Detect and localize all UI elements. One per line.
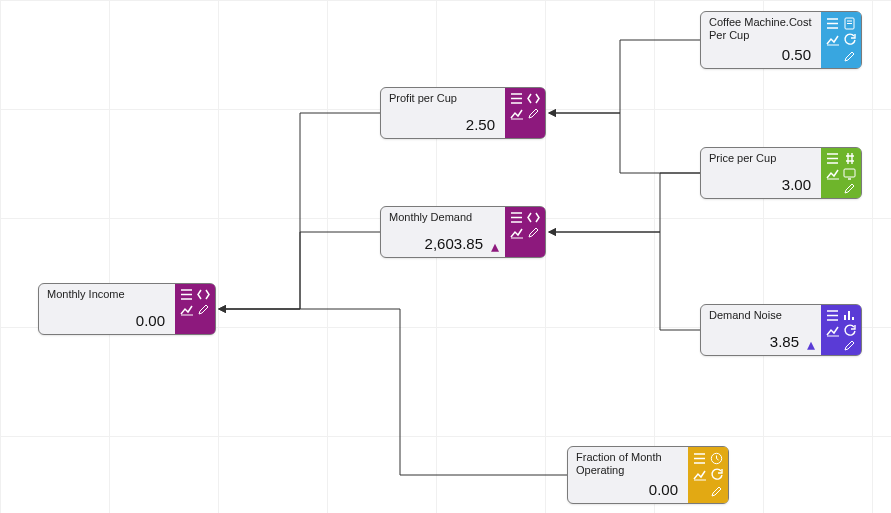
node-toolbar bbox=[821, 305, 861, 355]
screen-icon[interactable] bbox=[842, 167, 857, 180]
menu-icon[interactable] bbox=[509, 92, 524, 105]
chart-icon[interactable] bbox=[179, 303, 194, 316]
edit-icon[interactable] bbox=[842, 339, 857, 352]
node-title: Coffee Machine.Cost Per Cup bbox=[709, 16, 813, 41]
chart-icon[interactable] bbox=[692, 468, 707, 483]
refresh-icon[interactable] bbox=[842, 33, 857, 48]
node-value: 0.00 bbox=[576, 481, 680, 498]
menu-icon[interactable] bbox=[692, 451, 707, 466]
node-value: 0.50 bbox=[709, 46, 813, 63]
code-icon[interactable] bbox=[196, 288, 211, 301]
chart-icon[interactable] bbox=[825, 167, 840, 180]
node-title: Fraction of Month Operating bbox=[576, 451, 680, 476]
chart-icon[interactable] bbox=[509, 226, 524, 239]
node-value: 2.50 bbox=[389, 116, 497, 133]
chart-icon[interactable] bbox=[825, 33, 840, 48]
node-profit-per-cup[interactable]: Profit per Cup 2.50 bbox=[380, 87, 546, 139]
hash-icon[interactable] bbox=[842, 152, 857, 165]
refresh-icon[interactable] bbox=[842, 324, 857, 337]
menu-icon[interactable] bbox=[825, 309, 840, 322]
page-icon[interactable] bbox=[842, 16, 857, 31]
node-monthly-income[interactable]: Monthly Income 0.00 bbox=[38, 283, 216, 335]
node-cost-per-cup[interactable]: Coffee Machine.Cost Per Cup 0.50 bbox=[700, 11, 862, 69]
node-title: Monthly Income bbox=[47, 288, 167, 301]
clock-icon[interactable] bbox=[709, 451, 724, 466]
node-title: Price per Cup bbox=[709, 152, 813, 165]
node-value: 2,603.85 bbox=[389, 235, 497, 252]
bars-icon[interactable] bbox=[842, 309, 857, 322]
menu-icon[interactable] bbox=[509, 211, 524, 224]
node-value: 3.85 bbox=[709, 333, 813, 350]
edit-icon[interactable] bbox=[526, 107, 541, 120]
node-value: 0.00 bbox=[47, 312, 167, 329]
edit-icon[interactable] bbox=[842, 49, 857, 64]
node-toolbar bbox=[688, 447, 728, 503]
node-toolbar bbox=[821, 148, 861, 198]
chart-icon[interactable] bbox=[825, 324, 840, 337]
code-icon[interactable] bbox=[526, 211, 541, 224]
node-title: Demand Noise bbox=[709, 309, 813, 322]
node-monthly-demand[interactable]: Monthly Demand 2,603.85 ▴ bbox=[380, 206, 546, 258]
edit-icon[interactable] bbox=[842, 182, 857, 195]
menu-icon[interactable] bbox=[825, 16, 840, 31]
edit-icon[interactable] bbox=[196, 303, 211, 316]
chart-icon[interactable] bbox=[509, 107, 524, 120]
menu-icon[interactable] bbox=[825, 152, 840, 165]
node-toolbar bbox=[505, 207, 545, 257]
node-price-per-cup[interactable]: Price per Cup 3.00 bbox=[700, 147, 862, 199]
node-fraction-operating[interactable]: Fraction of Month Operating 0.00 bbox=[567, 446, 729, 504]
node-title: Profit per Cup bbox=[389, 92, 497, 105]
node-title: Monthly Demand bbox=[389, 211, 497, 224]
edit-icon[interactable] bbox=[709, 484, 724, 499]
node-toolbar bbox=[505, 88, 545, 138]
edit-icon[interactable] bbox=[526, 226, 541, 239]
node-toolbar bbox=[175, 284, 215, 334]
code-icon[interactable] bbox=[526, 92, 541, 105]
node-toolbar bbox=[821, 12, 861, 68]
menu-icon[interactable] bbox=[179, 288, 194, 301]
node-demand-noise[interactable]: Demand Noise 3.85 ▴ bbox=[700, 304, 862, 356]
node-value: 3.00 bbox=[709, 176, 813, 193]
refresh-icon[interactable] bbox=[709, 468, 724, 483]
